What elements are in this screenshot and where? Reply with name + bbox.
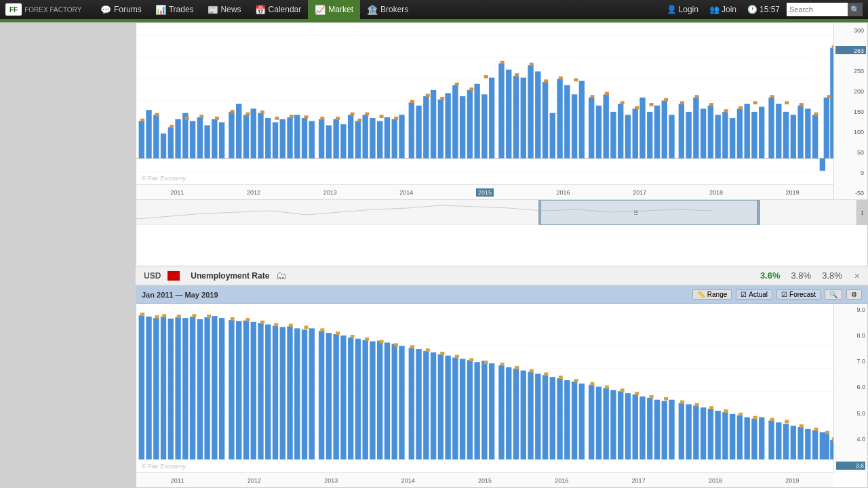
svg-rect-88 xyxy=(730,118,735,159)
svg-rect-9 xyxy=(139,121,144,159)
settings-chart-btn[interactable]: ⚙ xyxy=(846,289,862,300)
nav-left-handle[interactable] xyxy=(538,200,541,225)
nav-news[interactable]: 📰 News xyxy=(201,0,248,19)
range-btn[interactable]: 📏 Range xyxy=(692,289,732,300)
svg-rect-129 xyxy=(515,73,519,77)
svg-rect-149 xyxy=(814,113,818,116)
svg-rect-225 xyxy=(625,393,631,460)
svg-rect-293 xyxy=(724,409,728,413)
x2-label-2018: 2018 xyxy=(709,477,722,484)
svg-rect-234 xyxy=(693,405,698,459)
svg-rect-37 xyxy=(348,115,353,158)
svg-rect-26 xyxy=(265,118,271,159)
svg-rect-290 xyxy=(680,401,684,404)
svg-rect-67 xyxy=(572,94,577,158)
svg-rect-249 xyxy=(805,429,810,460)
svg-rect-54 xyxy=(474,84,479,159)
svg-rect-147 xyxy=(785,101,789,104)
svg-rect-221 xyxy=(596,387,601,460)
svg-rect-92 xyxy=(759,107,764,159)
svg-rect-47 xyxy=(423,96,429,159)
nav-calendar[interactable]: 📅 Calendar xyxy=(248,0,309,19)
forecast-checkbox-icon: ☑ xyxy=(781,291,787,298)
x-label-2016: 2016 xyxy=(557,189,570,196)
svg-rect-219 xyxy=(579,384,585,460)
svg-rect-85 xyxy=(708,106,713,159)
svg-rect-194 xyxy=(392,344,397,459)
svg-rect-62 xyxy=(535,71,540,158)
left-sidebar xyxy=(0,22,136,488)
svg-rect-184 xyxy=(319,331,324,460)
search-input[interactable] xyxy=(787,3,848,16)
x-label-2013: 2013 xyxy=(323,189,337,196)
forecast-btn[interactable]: ☑ Forecast xyxy=(776,289,821,300)
y-label-200: 200 xyxy=(835,87,866,95)
nav-market[interactable]: 📈 Market xyxy=(308,0,360,19)
nfp-mini-nav[interactable]: ⠿ ↕ xyxy=(136,199,867,225)
svg-rect-89 xyxy=(737,108,743,158)
svg-rect-202 xyxy=(452,357,458,459)
nav-brokers[interactable]: 🏦 Brokers xyxy=(360,0,415,19)
svg-rect-101 xyxy=(824,98,829,159)
svg-rect-299 xyxy=(814,428,818,431)
svg-rect-41 xyxy=(377,121,382,159)
svg-rect-244 xyxy=(768,420,774,459)
nav-drag-handle: ⠿ xyxy=(633,209,638,216)
svg-rect-238 xyxy=(722,412,728,460)
actual-btn[interactable]: ☑ Actual xyxy=(736,289,772,300)
svg-rect-134 xyxy=(590,95,594,98)
svg-rect-58 xyxy=(506,70,511,159)
svg-rect-114 xyxy=(304,115,308,119)
brokers-label: Brokers xyxy=(380,5,408,14)
svg-rect-69 xyxy=(589,98,594,159)
svg-rect-131 xyxy=(544,79,548,83)
y-label-3-6-highlight: 3.6 xyxy=(836,462,865,470)
svg-rect-167 xyxy=(190,317,195,460)
svg-rect-296 xyxy=(770,418,774,422)
nfp-copyright: © Fair Economy xyxy=(142,175,186,182)
svg-rect-113 xyxy=(290,115,294,118)
svg-rect-240 xyxy=(737,415,743,460)
svg-rect-276 xyxy=(469,358,473,361)
svg-rect-53 xyxy=(467,90,473,159)
login-btn[interactable]: 👤 Login xyxy=(663,5,703,14)
svg-rect-172 xyxy=(229,320,234,460)
top-navigation: FF FOREX FACTORY 💬 Forums 📊 Trades 📰 New… xyxy=(0,0,868,19)
svg-rect-118 xyxy=(357,119,361,122)
login-icon: 👤 xyxy=(667,5,677,14)
svg-rect-32 xyxy=(309,121,315,159)
svg-rect-116 xyxy=(336,117,340,120)
svg-rect-171 xyxy=(219,318,224,460)
svg-rect-72 xyxy=(610,112,616,159)
nav-selection[interactable] xyxy=(538,200,757,225)
svg-rect-237 xyxy=(715,411,720,460)
nav-right-handle[interactable] xyxy=(757,200,760,225)
svg-rect-196 xyxy=(409,348,414,460)
y-label-6: 6.0 xyxy=(836,384,865,390)
svg-rect-281 xyxy=(544,373,548,376)
svg-rect-254 xyxy=(140,312,144,316)
svg-rect-108 xyxy=(215,117,219,120)
svg-rect-175 xyxy=(251,322,256,460)
svg-rect-207 xyxy=(489,363,494,460)
svg-rect-182 xyxy=(302,329,307,460)
search-button[interactable]: 🔍 xyxy=(848,3,863,16)
unemployment-date-range: Jan 2011 — May 2019 xyxy=(142,291,218,299)
svg-rect-12 xyxy=(161,134,166,159)
svg-rect-300 xyxy=(825,431,829,434)
y-label-8: 8.0 xyxy=(836,332,865,339)
svg-rect-121 xyxy=(394,117,398,120)
join-btn[interactable]: 👥 Join xyxy=(705,5,741,14)
zoom-btn[interactable]: ↕ xyxy=(856,200,867,225)
svg-rect-145 xyxy=(753,101,757,104)
svg-rect-176 xyxy=(258,323,263,460)
nav-forums[interactable]: 💬 Forums xyxy=(94,0,149,19)
svg-rect-245 xyxy=(776,422,781,460)
search-chart-btn[interactable]: 🔍 xyxy=(825,289,842,300)
svg-rect-59 xyxy=(513,76,519,159)
close-indicator-button[interactable]: × xyxy=(854,270,860,281)
nav-trades[interactable]: 📊 Trades xyxy=(149,0,201,19)
svg-rect-275 xyxy=(455,355,459,359)
svg-rect-17 xyxy=(197,117,203,158)
svg-rect-105 xyxy=(170,125,174,128)
